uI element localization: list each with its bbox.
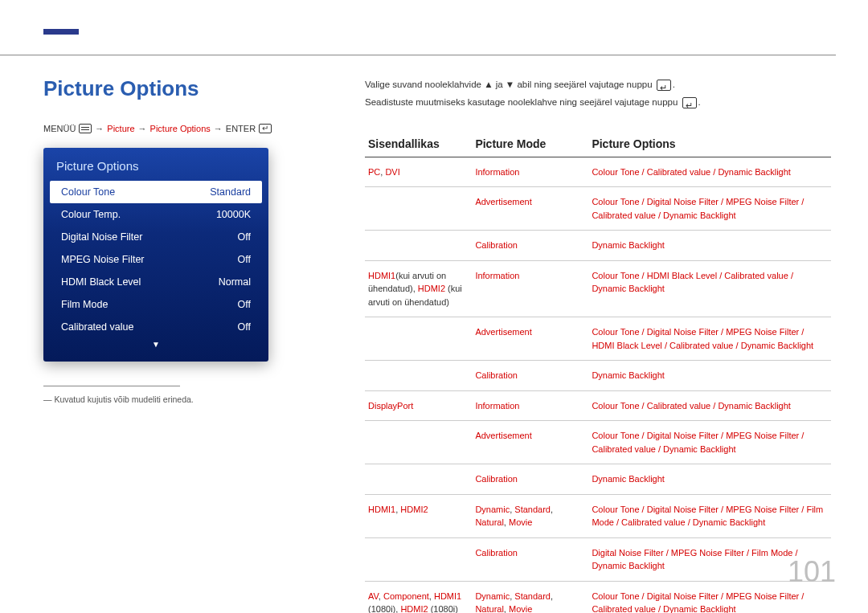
- table-row: CalibrationDynamic Backlight: [365, 464, 831, 495]
- breadcrumb-prefix: MENÜÜ: [43, 124, 76, 133]
- th-mode: Picture Mode: [472, 133, 588, 157]
- osd-row-value: Off: [238, 299, 251, 310]
- table-cell: [365, 464, 472, 495]
- osd-row[interactable]: Film ModeOff: [50, 293, 262, 316]
- osd-row[interactable]: Digital Noise FilterOff: [50, 226, 262, 248]
- table-cell: Colour Tone / Calibrated value / Dynamic…: [588, 157, 831, 187]
- table-cell: Information: [472, 260, 588, 317]
- table-row: CalibrationDynamic Backlight: [365, 231, 831, 261]
- table-cell: HDMI1, HDMI2: [365, 494, 472, 537]
- breadcrumb: MENÜÜ → Picture → Picture Options → ENTE…: [43, 124, 317, 133]
- table-cell: Dynamic Backlight: [588, 361, 831, 391]
- osd-row-label: HDMI Black Level: [61, 276, 141, 288]
- table-cell: Dynamic Backlight: [588, 464, 831, 495]
- osd-row[interactable]: Colour Temp.10000K: [50, 203, 262, 226]
- osd-row-value: Normal: [219, 276, 251, 288]
- table-cell: Advertisement: [472, 187, 588, 231]
- table-cell: Colour Tone / Digital Noise Filter / MPE…: [588, 421, 831, 464]
- osd-title: Picture Options: [48, 156, 264, 181]
- th-options: Picture Options: [588, 133, 831, 157]
- enter-key-icon: [682, 97, 697, 108]
- osd-row-label: Digital Noise Filter: [61, 231, 142, 243]
- page-title: Picture Options: [43, 76, 317, 101]
- th-source: Sisendallikas: [365, 133, 472, 157]
- table-cell: [365, 537, 472, 581]
- table-row: HDMI1(kui arvuti on ühendatud), HDMI2 (k…: [365, 260, 831, 317]
- osd-row-value: Off: [238, 254, 251, 265]
- table-cell: [365, 361, 472, 391]
- table-cell: DisplayPort: [365, 390, 472, 421]
- enter-key-icon: [657, 80, 671, 91]
- table-row: AdvertisementColour Tone / Digital Noise…: [365, 317, 831, 361]
- table-cell: [365, 231, 472, 261]
- table-cell: [365, 421, 472, 464]
- footnote: ― Kuvatud kujutis võib mudeliti erineda.: [43, 394, 317, 404]
- osd-row-label: MPEG Noise Filter: [61, 254, 145, 265]
- table-cell: Advertisement: [472, 421, 588, 464]
- table-cell: [365, 187, 472, 231]
- table-row: DisplayPortInformationColour Tone / Cali…: [365, 390, 831, 421]
- breadcrumb-enter: ENTER: [226, 124, 256, 133]
- osd-row[interactable]: MPEG Noise FilterOff: [50, 248, 262, 271]
- osd-panel: Picture Options Colour ToneStandardColou…: [43, 148, 268, 362]
- osd-row-value: Off: [238, 231, 251, 243]
- page-number: 101: [788, 555, 836, 589]
- footnote-rule: [43, 386, 180, 386]
- osd-row[interactable]: HDMI Black LevelNormal: [50, 271, 262, 293]
- table-cell: Colour Tone / Digital Noise Filter / MPE…: [588, 187, 831, 231]
- table-row: AV, Component, HDMI1 (1080i), HDMI2 (108…: [365, 581, 831, 613]
- table-cell: Calibration: [472, 231, 588, 261]
- enter-icon: [259, 124, 272, 133]
- breadcrumb-picture-options: Picture Options: [150, 124, 211, 133]
- table-cell: Colour Tone / HDMI Black Level / Calibra…: [588, 260, 831, 317]
- table-row: AdvertisementColour Tone / Digital Noise…: [365, 187, 831, 231]
- osd-row-label: Calibrated value: [61, 321, 133, 333]
- osd-row-label: Colour Temp.: [61, 209, 121, 220]
- table-row: CalibrationDynamic Backlight: [365, 361, 831, 391]
- table-cell: PC, DVI: [365, 157, 472, 187]
- osd-row[interactable]: Calibrated valueOff: [50, 316, 262, 338]
- menu-icon: [79, 124, 92, 133]
- osd-row-label: Colour Tone: [61, 186, 115, 198]
- table-row: HDMI1, HDMI2Dynamic, Standard, Natural, …: [365, 494, 831, 537]
- table-cell: HDMI1(kui arvuti on ühendatud), HDMI2 (k…: [365, 260, 472, 317]
- table-cell: Calibration: [472, 361, 588, 391]
- table-row: CalibrationDigital Noise Filter / MPEG N…: [365, 537, 831, 581]
- osd-row[interactable]: Colour ToneStandard: [50, 181, 262, 203]
- table-row: AdvertisementColour Tone / Digital Noise…: [365, 421, 831, 464]
- osd-row-value: 10000K: [216, 209, 251, 220]
- header-rule: [0, 55, 836, 55]
- table-cell: Colour Tone / Digital Noise Filter / MPE…: [588, 317, 831, 361]
- table-cell: Advertisement: [472, 317, 588, 361]
- table-cell: Calibration: [472, 464, 588, 495]
- table-cell: Information: [472, 390, 588, 421]
- table-cell: Calibration: [472, 537, 588, 581]
- osd-row-value: Standard: [210, 186, 251, 198]
- table-cell: Colour Tone / Calibrated value / Dynamic…: [588, 390, 831, 421]
- options-table: Sisendallikas Picture Mode Picture Optio…: [365, 133, 831, 613]
- osd-row-value: Off: [238, 321, 251, 333]
- table-cell: Dynamic Backlight: [588, 231, 831, 261]
- table-cell: Dynamic, Standard, Natural, Movie: [472, 494, 588, 537]
- breadcrumb-picture: Picture: [107, 124, 134, 133]
- header-accent-bar: [43, 29, 79, 35]
- osd-row-label: Film Mode: [61, 299, 108, 310]
- table-cell: Dynamic, Standard, Natural, Movie: [472, 581, 588, 613]
- scroll-down-icon: ▼: [48, 340, 264, 349]
- table-cell: AV, Component, HDMI1 (1080i), HDMI2 (108…: [365, 581, 472, 613]
- table-cell: Colour Tone / Digital Noise Filter / MPE…: [588, 494, 831, 537]
- intro-text: Valige suvand nooleklahvide ▲ ja ▼ abil …: [365, 76, 831, 112]
- table-row: PC, DVIInformationColour Tone / Calibrat…: [365, 157, 831, 187]
- table-cell: [365, 317, 472, 361]
- table-cell: Information: [472, 157, 588, 187]
